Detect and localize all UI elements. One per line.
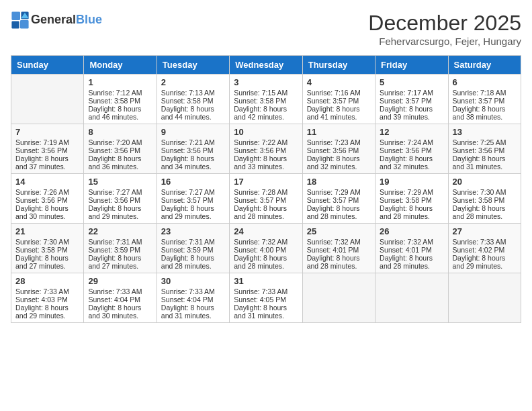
weekday-header-sunday: Sunday	[11, 56, 84, 75]
calendar-cell: 14Sunrise: 7:26 AMSunset: 3:56 PMDayligh…	[11, 174, 84, 224]
calendar-week-row: 14Sunrise: 7:26 AMSunset: 3:56 PMDayligh…	[11, 174, 521, 224]
calendar-cell: 24Sunrise: 7:32 AMSunset: 4:00 PMDayligh…	[230, 224, 302, 273]
sunrise-text: Sunrise: 7:27 AM	[88, 188, 152, 196]
calendar-cell	[302, 273, 375, 323]
daylight-text: Daylight: 8 hours and 28 minutes.	[307, 204, 371, 220]
sunrise-text: Sunrise: 7:12 AM	[88, 89, 152, 97]
calendar-cell: 31Sunrise: 7:33 AMSunset: 4:05 PMDayligh…	[230, 273, 302, 323]
sunrise-text: Sunrise: 7:17 AM	[380, 89, 443, 97]
calendar-cell: 19Sunrise: 7:29 AMSunset: 3:58 PMDayligh…	[375, 174, 448, 224]
sunrise-text: Sunrise: 7:24 AM	[380, 138, 443, 146]
svg-rect-1	[11, 11, 20, 20]
sunset-text: Sunset: 3:58 PM	[88, 97, 152, 105]
sunrise-text: Sunrise: 7:18 AM	[453, 89, 517, 97]
daylight-text: Daylight: 8 hours and 29 minutes.	[88, 204, 152, 220]
logo-general-text: General	[31, 13, 76, 26]
sunset-text: Sunset: 3:56 PM	[234, 146, 298, 154]
sunrise-text: Sunrise: 7:27 AM	[161, 188, 225, 196]
calendar-week-row: 7Sunrise: 7:19 AMSunset: 3:56 PMDaylight…	[11, 124, 521, 174]
daylight-text: Daylight: 8 hours and 29 minutes.	[15, 304, 79, 320]
day-number: 29	[88, 276, 152, 286]
day-number: 2	[161, 77, 225, 87]
daylight-text: Daylight: 8 hours and 42 minutes.	[234, 105, 298, 121]
day-number: 28	[15, 276, 79, 286]
day-number: 31	[234, 276, 298, 286]
sunrise-text: Sunrise: 7:25 AM	[453, 138, 517, 146]
logo-icon	[11, 11, 30, 30]
sunset-text: Sunset: 4:05 PM	[234, 295, 298, 304]
daylight-text: Daylight: 8 hours and 30 minutes.	[15, 204, 79, 220]
day-number: 30	[161, 276, 225, 286]
sunset-text: Sunset: 3:58 PM	[15, 246, 79, 254]
day-number: 13	[453, 127, 517, 137]
sunset-text: Sunset: 3:56 PM	[88, 146, 152, 154]
calendar-cell: 15Sunrise: 7:27 AMSunset: 3:56 PMDayligh…	[84, 174, 157, 224]
sunrise-text: Sunrise: 7:15 AM	[234, 89, 298, 97]
sunset-text: Sunset: 4:03 PM	[15, 295, 79, 304]
calendar-week-row: 28Sunrise: 7:33 AMSunset: 4:03 PMDayligh…	[11, 273, 521, 323]
sunset-text: Sunset: 3:57 PM	[453, 97, 517, 105]
daylight-text: Daylight: 8 hours and 28 minutes.	[161, 254, 225, 270]
sunrise-text: Sunrise: 7:26 AM	[15, 188, 79, 196]
daylight-text: Daylight: 8 hours and 33 minutes.	[234, 154, 298, 171]
calendar-cell: 25Sunrise: 7:32 AMSunset: 4:01 PMDayligh…	[302, 224, 375, 273]
svg-rect-3	[11, 21, 19, 28]
daylight-text: Daylight: 8 hours and 37 minutes.	[15, 154, 79, 171]
page-header: GeneralBlue December 2025 Fehervarcsurgo…	[11, 11, 521, 47]
calendar-cell: 23Sunrise: 7:31 AMSunset: 3:59 PMDayligh…	[157, 224, 229, 273]
sunset-text: Sunset: 3:57 PM	[307, 196, 371, 204]
day-number: 6	[453, 77, 517, 87]
sunrise-text: Sunrise: 7:33 AM	[161, 287, 225, 295]
sunset-text: Sunset: 3:56 PM	[380, 146, 443, 154]
calendar-cell	[375, 273, 448, 323]
calendar-cell: 13Sunrise: 7:25 AMSunset: 3:56 PMDayligh…	[448, 124, 521, 174]
daylight-text: Daylight: 8 hours and 28 minutes.	[307, 254, 371, 270]
sunrise-text: Sunrise: 7:32 AM	[307, 238, 371, 246]
sunset-text: Sunset: 4:04 PM	[88, 295, 152, 304]
day-number: 11	[307, 127, 371, 137]
month-title: December 2025	[368, 11, 521, 36]
sunset-text: Sunset: 4:01 PM	[307, 246, 371, 254]
weekday-header-thursday: Thursday	[302, 56, 375, 75]
daylight-text: Daylight: 8 hours and 28 minutes.	[380, 204, 443, 220]
weekday-header-tuesday: Tuesday	[157, 56, 229, 75]
day-number: 3	[234, 77, 298, 87]
daylight-text: Daylight: 8 hours and 29 minutes.	[161, 204, 225, 220]
day-number: 8	[88, 127, 152, 137]
day-number: 26	[380, 226, 443, 236]
sunset-text: Sunset: 3:58 PM	[234, 97, 298, 105]
daylight-text: Daylight: 8 hours and 39 minutes.	[380, 105, 443, 121]
sunrise-text: Sunrise: 7:20 AM	[88, 138, 152, 146]
calendar-cell: 28Sunrise: 7:33 AMSunset: 4:03 PMDayligh…	[11, 273, 84, 323]
calendar-cell: 22Sunrise: 7:31 AMSunset: 3:59 PMDayligh…	[84, 224, 157, 273]
daylight-text: Daylight: 8 hours and 46 minutes.	[88, 105, 152, 121]
calendar-cell: 2Sunrise: 7:13 AMSunset: 3:58 PMDaylight…	[157, 75, 229, 124]
sunset-text: Sunset: 3:56 PM	[15, 196, 79, 204]
day-number: 27	[453, 226, 517, 236]
daylight-text: Daylight: 8 hours and 31 minutes.	[234, 304, 298, 320]
calendar-cell: 21Sunrise: 7:30 AMSunset: 3:58 PMDayligh…	[11, 224, 84, 273]
sunrise-text: Sunrise: 7:31 AM	[161, 238, 225, 246]
weekday-header-wednesday: Wednesday	[230, 56, 302, 75]
calendar-cell: 10Sunrise: 7:22 AMSunset: 3:56 PMDayligh…	[230, 124, 302, 174]
daylight-text: Daylight: 8 hours and 28 minutes.	[234, 204, 298, 220]
sunrise-text: Sunrise: 7:19 AM	[15, 138, 79, 146]
daylight-text: Daylight: 8 hours and 41 minutes.	[307, 105, 371, 121]
sunset-text: Sunset: 3:57 PM	[380, 97, 443, 105]
sunset-text: Sunset: 3:57 PM	[307, 97, 371, 105]
location-title: Fehervarcsurgo, Fejer, Hungary	[368, 36, 521, 47]
calendar-cell: 12Sunrise: 7:24 AMSunset: 3:56 PMDayligh…	[375, 124, 448, 174]
sunset-text: Sunset: 3:59 PM	[161, 246, 225, 254]
calendar-cell: 30Sunrise: 7:33 AMSunset: 4:04 PMDayligh…	[157, 273, 229, 323]
calendar-cell: 1Sunrise: 7:12 AMSunset: 3:58 PMDaylight…	[84, 75, 157, 124]
svg-rect-4	[20, 20, 29, 29]
sunset-text: Sunset: 3:58 PM	[380, 196, 443, 204]
weekday-header-monday: Monday	[84, 56, 157, 75]
calendar-cell: 6Sunrise: 7:18 AMSunset: 3:57 PMDaylight…	[448, 75, 521, 124]
sunset-text: Sunset: 4:01 PM	[380, 246, 443, 254]
day-number: 16	[161, 177, 225, 187]
daylight-text: Daylight: 8 hours and 28 minutes.	[234, 254, 298, 270]
daylight-text: Daylight: 8 hours and 38 minutes.	[453, 105, 517, 121]
sunset-text: Sunset: 4:00 PM	[234, 246, 298, 254]
sunset-text: Sunset: 3:56 PM	[88, 196, 152, 204]
